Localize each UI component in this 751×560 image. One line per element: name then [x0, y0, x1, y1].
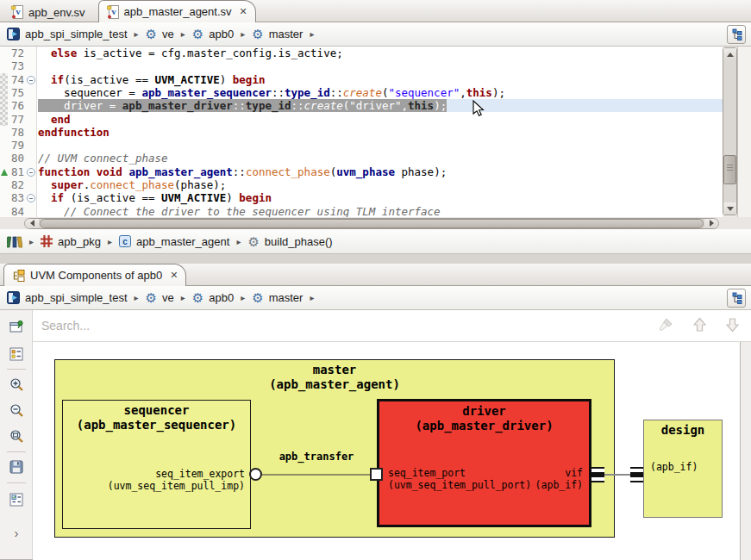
canvas-scroll-gutter [740, 342, 751, 560]
horizontal-scroll-band [0, 217, 751, 229]
design-if-label: (apb_if) [650, 461, 698, 473]
breadcrumb-item-pkg[interactable]: apb_pkg [58, 235, 101, 248]
editor-tabbar: v apb_env.sv v apb_master_agent.sv ✕ [0, 0, 751, 22]
code-editor[interactable]: 72737475767778798081828384 else is_activ… [0, 47, 723, 217]
tab-apb-master-agent[interactable]: v apb_master_agent.sv ✕ [98, 0, 256, 22]
tab-uvm-components[interactable]: UVM Components of apb0 ✕ [3, 264, 186, 286]
breadcrumb-arrow-icon: ▸ [179, 29, 187, 39]
breadcrumb-item-class[interactable]: apb_master_agent [136, 235, 229, 248]
code-line[interactable] [38, 139, 723, 152]
hierarchy-view-button[interactable] [727, 25, 746, 44]
component-driver[interactable]: driver (apb_master_driver) seq_item_port… [377, 399, 591, 527]
tlm-connection-wire[interactable] [262, 474, 371, 476]
search-input[interactable]: Search... [41, 319, 90, 333]
component-gear-icon: ⚙ [252, 291, 263, 304]
code-line[interactable]: driver = apb_master_driver::type_id::cre… [38, 99, 723, 112]
horizontal-scrollbar[interactable] [24, 218, 719, 229]
view-tabbar: UVM Components of apb0 ✕ [0, 264, 751, 286]
component-sequencer[interactable]: sequencer (apb_master_sequencer) seq_ite… [62, 400, 251, 529]
breadcrumb-item-apb0[interactable]: apb0 [209, 28, 234, 40]
code-line[interactable]: // Connect the driver to the sequencer u… [38, 205, 723, 217]
zoom-in-icon [9, 377, 24, 392]
arrow-down-icon [726, 317, 739, 333]
scroll-down-button[interactable] [723, 202, 736, 215]
line-number: 77 [0, 113, 24, 126]
code-line[interactable]: sequencer = apb_master_sequencer::type_i… [38, 86, 723, 99]
breadcrumb-item-ve[interactable]: ve [162, 28, 174, 40]
diagram-search-bar[interactable]: Search... [33, 310, 751, 342]
breadcrumb-arrow-icon: ▸ [106, 237, 114, 246]
scroll-right-button[interactable] [704, 219, 718, 228]
save-diagram-button[interactable] [6, 457, 27, 477]
code-gutter: 72737475767778798081828384 [0, 47, 37, 217]
breadcrumb-arrow-icon: ▸ [28, 237, 35, 246]
close-tab-icon[interactable]: ✕ [170, 270, 178, 281]
view-toolbar: › [0, 310, 33, 559]
seq-item-export-port[interactable] [249, 468, 262, 481]
seq-item-port[interactable] [370, 468, 383, 481]
code-line[interactable]: function void apb_master_agent::connect_… [38, 165, 723, 178]
breadcrumb-item-function[interactable]: build_phase() [265, 235, 333, 248]
zoom-out-button[interactable] [6, 400, 27, 420]
testbench-icon [7, 28, 20, 40]
scroll-up-button[interactable] [723, 48, 736, 60]
code-line[interactable]: super.connect_phase(phase); [38, 178, 723, 191]
toolbar-separator [7, 369, 26, 370]
breadcrumb-item-ve[interactable]: ve [162, 291, 174, 304]
clear-search-button[interactable] [658, 317, 673, 336]
selected-text[interactable]: driver = apb_master_driver::type_id::cre… [38, 99, 447, 112]
scrollbar-thumb[interactable] [723, 155, 736, 184]
component-title: driver (apb_master_driver) [379, 404, 589, 433]
fold-collapse-icon[interactable] [27, 168, 35, 177]
breadcrumb-item-test[interactable]: apb_spi_simple_test [25, 291, 128, 304]
find-next-button[interactable] [726, 317, 739, 336]
sv-file-icon: v [107, 5, 120, 19]
uvm-diagram-canvas[interactable]: master (apb_master_agent) sequencer (apb… [33, 342, 740, 560]
breadcrumb-arrow-icon: ▸ [235, 237, 242, 246]
line-number: 80 [0, 152, 24, 165]
vif-connection-wire[interactable] [604, 474, 631, 476]
breadcrumb-arrow-icon: ▸ [239, 29, 247, 39]
component-title: design [644, 423, 722, 438]
line-number: 73 [0, 59, 24, 72]
breadcrumb-item-test[interactable]: apb_spi_simple_test [25, 28, 128, 40]
breadcrumb-arrow-icon: ▸ [133, 293, 141, 302]
fold-collapse-icon[interactable] [27, 194, 35, 202]
code-line[interactable]: end [38, 113, 723, 126]
diagram-options-button[interactable] [6, 489, 27, 510]
design-interface-connector[interactable] [630, 467, 643, 482]
zoom-out-icon [9, 403, 24, 418]
close-tab-icon[interactable]: ✕ [240, 6, 247, 17]
toolbar-more-button[interactable]: › [6, 522, 27, 543]
find-previous-button[interactable] [693, 317, 706, 336]
hierarchy-view-button[interactable] [727, 289, 746, 308]
breadcrumb-item-apb0[interactable]: apb0 [209, 291, 234, 304]
zoom-fit-icon [9, 429, 24, 444]
fold-collapse-icon[interactable] [27, 76, 35, 84]
vif-port-label: vif (apb_if) [535, 467, 583, 491]
diagram-legend-button[interactable] [6, 344, 27, 364]
zoom-in-button[interactable] [6, 374, 27, 395]
code-line[interactable]: else is_active = cfg.master_config.is_ac… [38, 47, 723, 59]
component-title: master (apb_master_agent) [55, 363, 614, 392]
tab-apb-env[interactable]: v apb_env.sv [3, 3, 93, 22]
component-design[interactable]: design (apb_if) [643, 420, 723, 518]
breadcrumb-item-master[interactable]: master [269, 291, 304, 304]
code-line[interactable] [38, 59, 723, 72]
component-title: sequencer (apb_master_sequencer) [63, 403, 250, 432]
vif-interface-connector[interactable] [591, 467, 604, 482]
zoom-fit-button[interactable] [6, 426, 27, 446]
code-line[interactable]: endfunction [38, 126, 723, 139]
component-gear-icon: ⚙ [192, 291, 203, 304]
code-line[interactable]: // UVM connect_phase [38, 152, 723, 165]
svg-text:v: v [111, 6, 116, 16]
pin-view-button[interactable] [6, 316, 27, 337]
code-line[interactable]: if(is_active == UVM_ACTIVE) begin [38, 73, 723, 86]
scroll-left-button[interactable] [25, 219, 39, 228]
panel-sash[interactable] [0, 254, 751, 264]
vertical-scrollbar[interactable] [723, 47, 737, 215]
code-line[interactable]: if (is_active == UVM_ACTIVE) begin [38, 191, 723, 204]
breadcrumb-item-master[interactable]: master [269, 28, 304, 40]
hierarchy-icon [730, 28, 742, 40]
scrollbar-thumb[interactable] [40, 219, 704, 228]
